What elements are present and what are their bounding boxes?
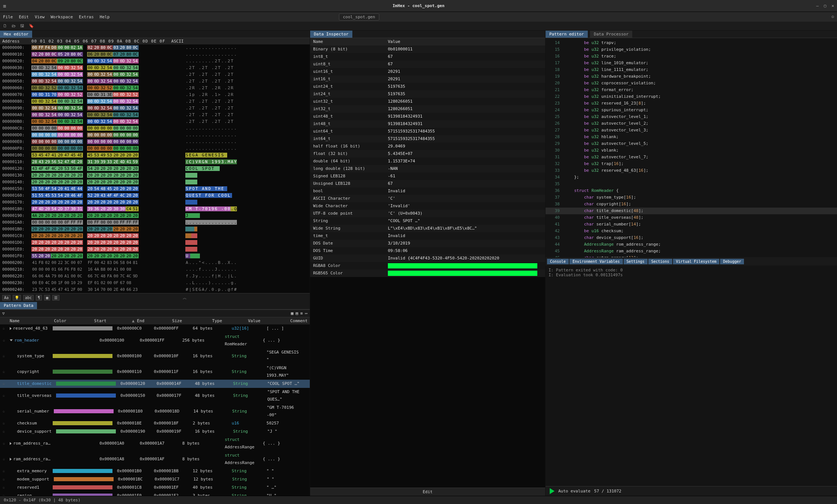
bookmark-icon[interactable]: 🔖 bbox=[29, 24, 34, 28]
tab-data-processor[interactable]: Data Processor bbox=[590, 31, 632, 38]
table-row[interactable]: ☆ title_overseas0x000001500x0000017F48 b… bbox=[0, 388, 310, 404]
hex-btn-list[interactable]: ☰ bbox=[52, 295, 59, 301]
progress-label: 57 / 131072 bbox=[594, 489, 621, 494]
maximize-icon[interactable]: ▢ bbox=[824, 3, 827, 8]
hex-addr-header: Address bbox=[2, 39, 31, 44]
pd-expand-icon[interactable]: ↦ bbox=[305, 311, 308, 316]
pd-h-type[interactable]: Type bbox=[210, 318, 246, 324]
table-row[interactable]: ☆ checksum0x0000018E0x0000018F2 bytesu16… bbox=[0, 419, 310, 427]
console-tab-settings[interactable]: Settings bbox=[624, 259, 648, 264]
minimize-icon[interactable]: — bbox=[816, 3, 819, 8]
hex-btn-color[interactable]: 💡 bbox=[13, 295, 21, 301]
hex-btn-grid[interactable]: ▦ bbox=[44, 295, 50, 301]
hex-btn-para[interactable]: ¶ bbox=[36, 295, 42, 301]
table-row[interactable]: ☆reserved_48_630x000000C00x000000FF64 by… bbox=[0, 324, 310, 333]
pattern-data-body[interactable]: ☆reserved_48_630x000000C00x000000FF64 by… bbox=[0, 324, 310, 496]
pd-view3-icon[interactable]: ≡ bbox=[300, 311, 303, 316]
table-row[interactable]: ☆ram_address_ra…0x000001A80x000001AF8 by… bbox=[0, 451, 310, 467]
table-row[interactable]: ☆ region0x000001F00x000001F23 bytesStrin… bbox=[0, 492, 310, 496]
console-tab-environment-variables[interactable]: Environment Variables bbox=[569, 259, 623, 264]
console-tab-virtual-filesystem[interactable]: Virtual Filesystem bbox=[673, 259, 719, 264]
window-title: ImHex - cool_spot.gen bbox=[392, 3, 444, 8]
menu-view[interactable]: View bbox=[35, 15, 45, 19]
auto-evaluate-label[interactable]: Auto evaluate bbox=[558, 489, 590, 494]
menu-help[interactable]: Help bbox=[100, 15, 110, 19]
save-icon[interactable]: 🖫 bbox=[20, 24, 24, 28]
feedback-icon[interactable]: ☺ bbox=[831, 15, 834, 19]
menu-extras[interactable]: Extras bbox=[79, 15, 94, 19]
data-inspector-body: Binary (8 bit)0b01000011int8_t67uint8_t6… bbox=[310, 46, 545, 488]
pd-view2-icon[interactable]: ▤ bbox=[296, 311, 298, 316]
menu-workspace[interactable]: Workspace bbox=[51, 15, 73, 19]
console-tab-debugger[interactable]: Debugger bbox=[720, 259, 744, 264]
code-editor[interactable]: 14 be u32 trapv;15 be u32 privilege_viol… bbox=[546, 38, 837, 257]
tab-data-inspector[interactable]: Data Inspector bbox=[310, 31, 352, 38]
di-h-value: Value bbox=[388, 38, 542, 46]
pd-h-end[interactable]: End bbox=[137, 318, 145, 323]
tab-pattern-editor[interactable]: Pattern editor bbox=[546, 31, 588, 38]
console-tab-sections[interactable]: Sections bbox=[648, 259, 672, 264]
menu-edit[interactable]: Edit bbox=[19, 15, 29, 19]
pd-h-comment[interactable]: Comment bbox=[288, 318, 310, 324]
hex-cols-header: 00 01 02 03 04 05 06 07 08 09 0A 0B 0C 0… bbox=[31, 39, 165, 44]
table-row[interactable]: ☆ serial_number0x000001800x0000018D14 by… bbox=[0, 404, 310, 419]
table-row[interactable]: ☆ extra_memory0x000001B00x000001BB12 byt… bbox=[0, 467, 310, 475]
close-icon[interactable]: ✕ bbox=[831, 3, 834, 8]
hex-ascii-header: ASCII bbox=[171, 39, 183, 44]
console-tab-console[interactable]: Console bbox=[547, 259, 569, 264]
hamburger-icon[interactable]: ≡ bbox=[3, 3, 6, 9]
collapse-icon[interactable]: ︽ bbox=[183, 295, 187, 301]
di-edit-button[interactable]: Edit bbox=[310, 488, 545, 496]
table-row[interactable]: ☆rom_address_ra…0x000001A00x000001A78 by… bbox=[0, 436, 310, 451]
pd-view1-icon[interactable]: ▦ bbox=[291, 311, 294, 316]
pd-h-name[interactable]: Name bbox=[7, 318, 52, 324]
hex-body[interactable]: 00000000:00FFF4D00000021A 0220800C032080… bbox=[0, 44, 310, 293]
pd-h-value[interactable]: Value bbox=[246, 318, 288, 324]
tab-hex-editor[interactable]: Hex editor bbox=[0, 31, 32, 38]
pd-h-size[interactable]: Size bbox=[170, 318, 210, 324]
table-row[interactable]: ☆ device_support0x000001900x0000019F16 b… bbox=[0, 427, 310, 436]
di-h-name: Name bbox=[313, 38, 388, 46]
table-row[interactable]: ☆rom_header0x000001000x000001FF256 bytes… bbox=[0, 333, 310, 348]
table-row[interactable]: ☆ reserved10x000001C80x000001EF40 bytesS… bbox=[0, 483, 310, 492]
menu-file[interactable]: File bbox=[3, 15, 13, 19]
hex-btn-aa[interactable]: Aa bbox=[2, 295, 10, 301]
table-row[interactable]: ☆ copyright0x000001100x0000011F16 bytesS… bbox=[0, 364, 310, 380]
open-file-icon[interactable]: 🗁 bbox=[12, 24, 16, 28]
table-row[interactable]: ☆ modem_support0x000001BC0x000001C712 by… bbox=[0, 475, 310, 483]
console-body: I: Pattern exited with code: 0I: Evaluat… bbox=[546, 265, 837, 486]
pd-h-start[interactable]: Start bbox=[92, 318, 130, 324]
status-selection: 0x120 - 0x14F (0x30 | 48 bytes) bbox=[4, 498, 80, 503]
play-icon[interactable] bbox=[549, 488, 555, 494]
table-row[interactable]: ☆ title_domestic0x000001200x0000014F48 b… bbox=[0, 380, 310, 388]
table-row[interactable]: ☆ system_type0x000001000x0000010F16 byte… bbox=[0, 348, 310, 364]
pd-h-color[interactable]: Color bbox=[52, 318, 92, 324]
hex-btn-abc[interactable]: abc bbox=[23, 295, 34, 301]
tab-pattern-data[interactable]: Pattern Data bbox=[0, 302, 37, 309]
filter-icon[interactable]: ▽ bbox=[2, 311, 5, 316]
filename-tab[interactable]: cool_spot.gen bbox=[339, 13, 379, 21]
new-file-icon[interactable]: 🗋 bbox=[3, 24, 7, 28]
